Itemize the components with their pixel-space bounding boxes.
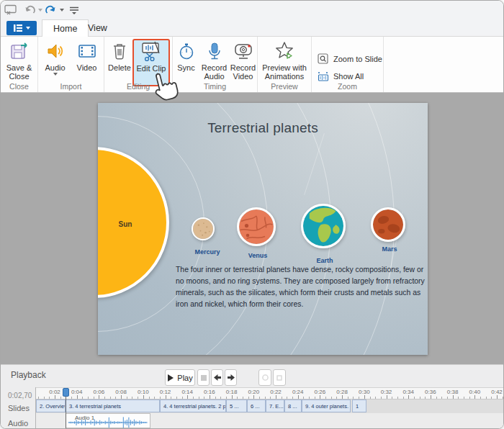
show-all-button[interactable]: Show All — [318, 69, 364, 83]
audio-label: Audio — [45, 63, 65, 72]
ruler-tick — [160, 397, 161, 399]
timeline-slide-block[interactable]: 4. 4 terrestrial planets. 2 part — [160, 399, 226, 412]
slides-track[interactable]: 2. Overview...3. 4 terrestrial planets4.… — [36, 399, 503, 413]
ruler-tick — [408, 395, 409, 399]
ruler-tick — [88, 397, 89, 399]
record-audio-button[interactable]: Record Audio — [200, 39, 229, 81]
save-close-button[interactable]: Save & Close — [4, 39, 35, 81]
audio-dropdown-caret-icon — [53, 73, 58, 76]
ruler-tick — [315, 397, 315, 399]
video-button[interactable]: Video — [71, 39, 103, 76]
slide-preview[interactable]: Terrestrial planets Sun Mercury Venus Ea… — [98, 103, 428, 355]
record-button-disabled — [258, 369, 271, 386]
ruler-tick — [298, 395, 299, 399]
app-menu-caret-icon — [26, 27, 30, 30]
ruler-tick — [420, 397, 420, 399]
timeline-playhead[interactable] — [63, 388, 69, 397]
timeline-slide-block[interactable]: 5 ... — [226, 399, 247, 412]
preview-button[interactable]: Preview with Animations — [258, 39, 310, 81]
ruler-tick — [94, 397, 94, 399]
ribbon: Save & Close Close Audio Video — [1, 37, 503, 93]
delete-label: Delete — [108, 63, 131, 72]
show-all-icon — [318, 71, 329, 82]
ruler-label: 0:38 — [447, 389, 459, 395]
ruler-tick — [171, 397, 171, 399]
timeline-slide-block[interactable]: 6 ... — [247, 399, 266, 412]
ruler-tick — [336, 397, 337, 399]
group-label-close: Close — [1, 82, 37, 91]
ruler-tick — [458, 397, 459, 399]
ruler-tick — [253, 395, 254, 399]
stop-button[interactable] — [197, 369, 210, 386]
ruler-tick — [364, 395, 365, 399]
timeline-slide-block[interactable]: 8 ... — [284, 399, 302, 412]
ruler-label: 0:02 — [49, 389, 60, 395]
ruler-tick — [425, 397, 426, 399]
planet-venus — [237, 207, 276, 246]
ribbon-group-timing: Sync Record Audio Record Video Timing — [173, 37, 258, 92]
ruler-tick — [486, 397, 487, 399]
ruler-tick — [414, 397, 415, 399]
group-label-zoom: Zoom — [312, 82, 383, 91]
ruler-label: 0:28 — [336, 389, 348, 395]
ruler-tick — [60, 397, 61, 399]
timeline-slide-block[interactable]: 1 — [352, 399, 366, 412]
delete-button[interactable]: Delete — [107, 39, 132, 86]
toolbar-options-icon[interactable] — [68, 4, 81, 16]
ruler-label: 0:16 — [204, 389, 215, 395]
ruler-tick — [469, 397, 470, 399]
ruler-tick — [403, 397, 404, 399]
ruler-tick — [342, 395, 343, 399]
zoom-to-slide-icon — [318, 53, 329, 65]
preview-label: Preview with Animations — [258, 63, 310, 81]
slide-title: Terrestrial planets — [98, 120, 428, 136]
timeline-ruler[interactable]: 0:020:040:060:080:100:120:140:160:180:20… — [36, 387, 503, 399]
ruler-tick — [143, 395, 144, 399]
ruler-label: 0:04 — [71, 389, 83, 395]
planet-label-mars: Mars — [382, 245, 397, 253]
ruler-tick — [187, 395, 188, 399]
tab-view[interactable]: View — [77, 19, 118, 37]
audio-button[interactable]: Audio — [40, 39, 71, 76]
ruler-label: 0:10 — [138, 389, 149, 395]
audio-clip[interactable]: Audio 1 — [66, 413, 150, 428]
ruler-tick — [397, 397, 398, 399]
ruler-tick — [292, 397, 293, 399]
video-icon — [77, 40, 97, 62]
previous-slide-button[interactable] — [211, 369, 223, 386]
redo-icon[interactable] — [44, 4, 57, 16]
timeline-slide-block[interactable]: 3. 4 terrestrial planets — [66, 399, 160, 412]
audio-waveform — [66, 414, 151, 428]
ruler-label: 0:30 — [359, 389, 370, 395]
ribbon-group-zoom: Zoom to Slide Show All Zoom — [312, 37, 384, 92]
planet-mars — [371, 207, 405, 242]
undo-dropdown-caret-icon[interactable] — [38, 9, 42, 12]
planet-mercury — [192, 217, 215, 240]
ruler-tick — [436, 397, 437, 399]
record-video-button[interactable]: Record Video — [229, 39, 258, 81]
timeline-slide-block[interactable]: 9. 4 outer planets. Gas giants. — [302, 399, 351, 412]
video-label: Video — [77, 63, 97, 72]
ruler-label: 0:34 — [402, 389, 414, 395]
zoom-to-slide-button[interactable]: Zoom to Slide — [318, 52, 382, 66]
sync-label: Sync — [177, 63, 194, 72]
redo-dropdown-caret-icon[interactable] — [60, 9, 64, 12]
timeline-slide-block[interactable]: 7. E... — [266, 399, 284, 412]
ruler-tick — [359, 397, 359, 399]
ruler-tick — [375, 397, 376, 399]
audio-track[interactable]: Audio 1 — [36, 413, 503, 428]
ruler-label: 0:18 — [226, 389, 238, 395]
ruler-tick — [77, 395, 78, 399]
ruler-tick — [491, 397, 492, 399]
ruler-label: 0:24 — [292, 389, 304, 395]
ruler-tick — [474, 395, 475, 399]
timeline-slide-block[interactable]: 2. Overview... — [36, 399, 66, 412]
app-menu-button[interactable] — [6, 21, 37, 35]
undo-icon[interactable] — [24, 4, 37, 16]
ruler-tick — [49, 397, 50, 399]
next-slide-button[interactable] — [225, 369, 237, 386]
ruler-tick — [392, 397, 392, 399]
play-button[interactable]: Play — [165, 369, 195, 386]
square-outline-icon — [276, 375, 282, 381]
sync-button[interactable]: Sync — [173, 39, 200, 81]
